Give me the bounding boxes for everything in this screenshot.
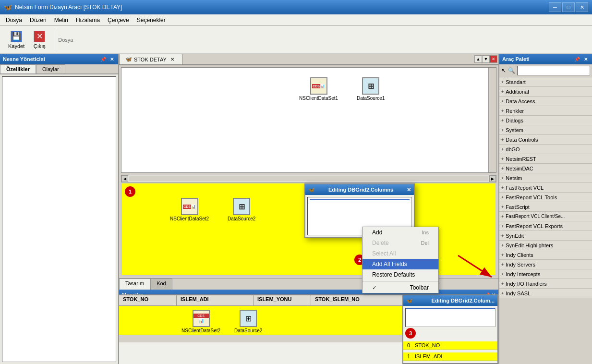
left-panel-header: Nesne Yöneticisi 📌 ✕ [0,54,118,64]
palette-indy-clients[interactable]: + Indy Clients [499,250,592,260]
doc-tab-close[interactable]: ✕ [169,56,176,63]
menu-duzen[interactable]: Düzen [26,15,50,25]
expand-renkler-icon: + [501,109,504,113]
menu-metin[interactable]: Metin [50,15,72,25]
palette-indy-io-handlers[interactable]: + Indy I/O Handlers [499,279,592,289]
tab-ozellikler[interactable]: Özellikler [0,64,36,73]
expand-synedit-highlighters-icon: + [501,243,504,248]
left-panel: Nesne Yöneticisi 📌 ✕ Özellikler Olaylar [0,54,119,364]
toolbar-section-dosya: 💾 Kaydet ✕ Çıkış [4,28,54,51]
svg-line-1 [458,255,492,277]
datasource1-icon: ⊞ [362,77,379,95]
ctx-restore-defaults-label: Restore Defaults [372,271,415,278]
palette-netsim[interactable]: + Netsim [499,173,592,183]
expand-standart-icon: + [501,80,504,85]
ctx-toolbar-check: ✓ [372,284,377,291]
design-code-tabs: Tasarım Kod [119,278,498,290]
palette-netsimdac[interactable]: + NetsimDAC [499,164,592,173]
panel-pin-icon[interactable]: 📌 [100,56,107,62]
menu-dosya[interactable]: Dosya [2,15,26,25]
palette-standart[interactable]: + Standart [499,77,592,87]
palette-synedit-highlighters[interactable]: + SynEdit Highlighters [499,241,592,250]
palette-netsimrest[interactable]: + NetsimREST [499,154,592,164]
component-datasource1[interactable]: ⊞ DataSource1 [357,77,385,101]
ctx-restore-defaults[interactable]: Restore Defaults [362,269,438,280]
col-header-islem-adi: ISLEM_ADI [177,295,254,305]
palette-dialogs[interactable]: + Dialogs [499,116,592,125]
bottom-dialog-icon: 🦋 [406,298,413,304]
canvas-inner[interactable]: CDS 📊 NSClientDataSet1 ⊞ DataSource1 [121,67,496,173]
col-header-islem-yonu: ISLEM_YONU [254,295,311,305]
palette-synedit[interactable]: + SynEdit [499,231,592,241]
right-panel-pin-icon[interactable]: 📌 [574,56,580,62]
bottom-nsclientdataset2[interactable]: CDS 📊 NSClientDataSet2 [181,310,220,333]
panel-close-icon[interactable]: ✕ [109,56,115,62]
maximize-button[interactable]: □ [562,2,575,12]
palette-fastreport-vcl[interactable]: + FastReport VCL [499,183,592,193]
right-panel-close-icon[interactable]: ✕ [582,56,589,62]
canvas-hscrollbar[interactable]: ◀ ▶ [121,175,496,182]
palette-search-input[interactable] [517,66,590,75]
expand-data-controls-icon: + [501,137,504,142]
palette-indy-intercepts[interactable]: + Indy Intercepts [499,269,592,279]
expand-fastscript-icon: + [501,205,504,209]
result-item-0[interactable]: 0 - STOK_NO [403,341,497,350]
menu-hizalama[interactable]: Hizalama [72,15,104,25]
palette-data-controls[interactable]: + Data Controls [499,135,592,145]
canvas-scrollbar-v[interactable] [488,68,496,172]
datasource2-label: DataSource2 [228,216,255,221]
palette-indy-servers[interactable]: + Indy Servers [499,260,592,269]
palette-fastreport-vcl-tools[interactable]: + FastReport VCL Tools [499,193,592,202]
hscroll-left[interactable]: ◀ [121,175,128,182]
doc-tab-title: STOK DETAY [134,57,167,62]
palette-fastscript[interactable]: + FastScript [499,202,592,212]
doc-tab-stok-detay[interactable]: 🦋 STOK DETAY ✕ [119,54,182,64]
component-datasource2[interactable]: ⊞ DataSource2 [228,198,255,221]
dialog-title-icon: 🦋 [308,187,315,193]
canvas-scroll-down[interactable]: ▼ [482,55,490,63]
component-nsclientdataset2[interactable]: CDS 📊 NSClientDataSet2 [170,198,209,221]
palette-fastreport-vcl-client[interactable]: + FastReport VCL Client/Se... [499,212,592,221]
tab-tasarim[interactable]: Tasarım [119,279,150,290]
component-nsclientdataset1[interactable]: CDS 📊 NSClientDataSet1 [299,77,338,101]
canvas-scroll-up[interactable]: ▲ [474,55,482,63]
palette-renkler[interactable]: + Renkler [499,106,592,116]
ctx-toolbar[interactable]: ✓ Toolbar [362,282,438,293]
palette-search-bar: ↖ 🔍 [499,64,592,77]
dialog-close-btn[interactable]: ✕ [407,187,411,193]
palette-dbgo[interactable]: + dbGO [499,145,592,154]
dialog-title-text: Editing DBGrid2.Columns [328,187,393,193]
ctx-select-all[interactable]: Select All [362,248,438,259]
tab-kod[interactable]: Kod [150,279,172,290]
palette-data-access[interactable]: + Data Access [499,97,592,106]
left-panel-title: Nesne Yöneticisi [3,56,45,62]
exit-button[interactable]: ✕ Çıkış [29,28,50,51]
ctx-delete[interactable]: Delete Del [362,238,438,248]
ctx-delete-shortcut: Del [421,240,429,246]
bottom-dialog-content[interactable] [405,308,495,327]
expand-indy-sasl-icon: + [501,291,504,296]
context-menu: Add Ins Delete Del Select All Add All Fi… [362,227,439,293]
menu-cerceve[interactable]: Çerçeve [104,15,133,25]
palette-system[interactable]: + System [499,125,592,135]
right-panel-controls: 📌 ✕ [574,56,589,62]
ctx-add-label: Add [372,229,382,236]
result-item-1[interactable]: 1 - ISLEM_ADI [403,352,497,361]
ctx-add[interactable]: Add Ins [362,227,438,238]
minimize-button[interactable]: ─ [549,2,561,12]
bottom-datasource2[interactable]: ⊞ DataSource2 [234,310,262,333]
palette-fastreport-vcl-exports[interactable]: + FastReport VCL Exports [499,221,592,231]
right-panel-header: Araç Paleti 📌 ✕ [499,54,592,64]
expand-fastreport-vcl-tools-icon: + [501,195,504,200]
close-button[interactable]: ✕ [576,2,588,12]
ctx-add-all-fields[interactable]: Add All Fields [362,259,438,269]
save-button[interactable]: 💾 Kaydet [4,28,29,51]
palette-additional[interactable]: + Additional [499,87,592,97]
hscroll-right[interactable]: ▶ [489,175,496,182]
tab-olaylar[interactable]: Olaylar [36,64,65,73]
menu-secenekler[interactable]: Seçenekler [133,15,169,25]
cursor-icon: ↖ [501,67,506,74]
canvas-close-btn[interactable]: ✕ [490,55,497,63]
palette-indy-sasl[interactable]: + Indy SASL [499,289,592,298]
expand-netsim-icon: + [501,176,504,181]
